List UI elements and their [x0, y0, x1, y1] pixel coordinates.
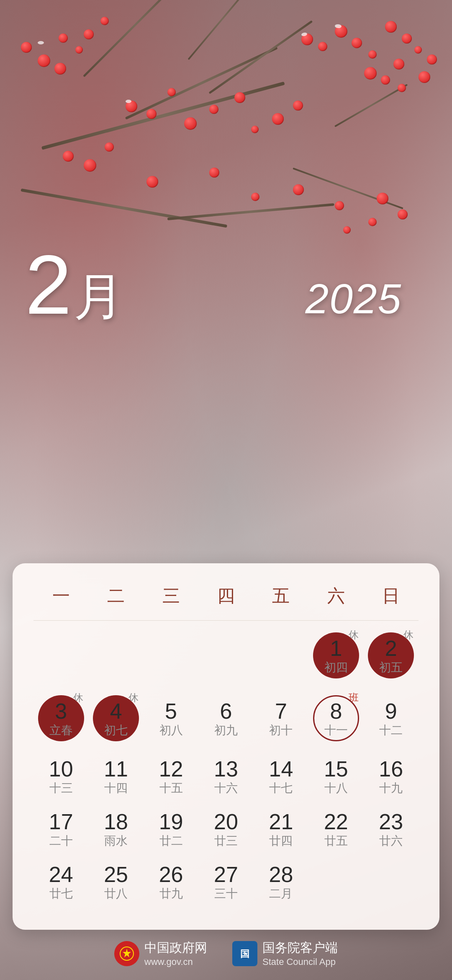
cal-empty-2: [88, 625, 143, 688]
cal-day-23[interactable]: 23 廿六: [364, 803, 419, 856]
calendar-week-5: 24 廿七 25 廿八 26 廿九 27 三十 28 二月: [33, 856, 419, 909]
cal-day-15[interactable]: 15 十八: [308, 750, 363, 803]
app-sub: State Council App: [262, 957, 338, 967]
cal-day-26[interactable]: 26 廿九: [144, 856, 198, 909]
month-title-area: 2 月 2025: [0, 243, 452, 331]
svg-marker-1: [123, 949, 131, 957]
app-name: 国务院客户端: [262, 939, 338, 957]
cal-day-1[interactable]: 休 1 初四: [308, 625, 363, 688]
cal-day-22[interactable]: 22 廿五: [308, 803, 363, 856]
calendar-week-3: 10 十三 11 十四 12 十五 13 十六 14 十七 15 十八 16 十…: [33, 750, 419, 803]
cal-empty-6: [308, 856, 363, 909]
cal-day-11[interactable]: 11 十四: [88, 750, 143, 803]
weekday-wed: 三: [144, 580, 198, 612]
header-divider: [33, 620, 419, 621]
calendar-panel: 一 二 三 四 五 六 日 休 1 初四 休 2 初五: [13, 563, 439, 930]
svg-text:国: 国: [240, 949, 249, 959]
month-char: 月: [74, 263, 124, 331]
calendar-week-2: 休 3 立春 休 4 初七 5 初八 6 初九 7 初十: [33, 688, 419, 750]
cal-day-3[interactable]: 休 3 立春: [33, 688, 88, 750]
weekday-sun: 日: [364, 580, 419, 612]
cal-day-8[interactable]: 班 8 十一: [308, 688, 363, 750]
cal-empty-4: [198, 625, 253, 688]
cal-day-9[interactable]: 9 十二: [364, 688, 419, 750]
cal-day-5[interactable]: 5 初八: [144, 688, 198, 750]
gov-brand[interactable]: 中国政府网 www.gov.cn: [114, 939, 207, 967]
cal-day-21[interactable]: 21 廿四: [254, 803, 308, 856]
weekday-headers: 一 二 三 四 五 六 日: [33, 580, 419, 612]
cal-empty-7: [364, 856, 419, 909]
cal-day-28[interactable]: 28 二月: [254, 856, 308, 909]
cal-day-10[interactable]: 10 十三: [33, 750, 88, 803]
cal-empty-5: [254, 625, 308, 688]
cal-day-14[interactable]: 14 十七: [254, 750, 308, 803]
cal-day-13[interactable]: 13 十六: [198, 750, 253, 803]
cal-day-19[interactable]: 19 廿二: [144, 803, 198, 856]
calendar-week-1: 休 1 初四 休 2 初五: [33, 625, 419, 688]
calendar-week-4: 17 二十 18 雨水 19 廿二 20 廿三 21 廿四 22 廿五 23 廿…: [33, 803, 419, 856]
cal-day-25[interactable]: 25 廿八: [88, 856, 143, 909]
weekday-tue: 二: [88, 580, 143, 612]
weekday-thu: 四: [198, 580, 253, 612]
cal-empty-3: [144, 625, 198, 688]
cal-day-6[interactable]: 6 初九: [198, 688, 253, 750]
cal-day-7[interactable]: 7 初十: [254, 688, 308, 750]
cal-day-17[interactable]: 17 二十: [33, 803, 88, 856]
cal-day-27[interactable]: 27 三十: [198, 856, 253, 909]
app-text: 国务院客户端 State Council App: [262, 939, 338, 967]
cal-day-2[interactable]: 休 2 初五: [364, 625, 419, 688]
cal-day-18[interactable]: 18 雨水: [88, 803, 143, 856]
cal-empty-1: [33, 625, 88, 688]
app-brand[interactable]: 国 国务院客户端 State Council App: [232, 939, 338, 967]
weekday-mon: 一: [33, 580, 88, 612]
cal-day-20[interactable]: 20 廿三: [198, 803, 253, 856]
gov-url: www.gov.cn: [144, 957, 207, 967]
year-number: 2025: [306, 275, 402, 323]
month-number: 2: [25, 243, 69, 327]
weekday-sat: 六: [308, 580, 363, 612]
weekday-fri: 五: [254, 580, 308, 612]
cal-day-4[interactable]: 休 4 初七: [88, 688, 143, 750]
cal-day-16[interactable]: 16 十九: [364, 750, 419, 803]
gov-name: 中国政府网: [144, 939, 207, 957]
gov-text: 中国政府网 www.gov.cn: [144, 939, 207, 967]
cal-day-12[interactable]: 12 十五: [144, 750, 198, 803]
gov-logo: [114, 941, 139, 966]
cal-day-24[interactable]: 24 廿七: [33, 856, 88, 909]
app-logo: 国: [232, 941, 257, 966]
footer-branding: 中国政府网 www.gov.cn 国 国务院客户端 State Council …: [0, 939, 452, 967]
